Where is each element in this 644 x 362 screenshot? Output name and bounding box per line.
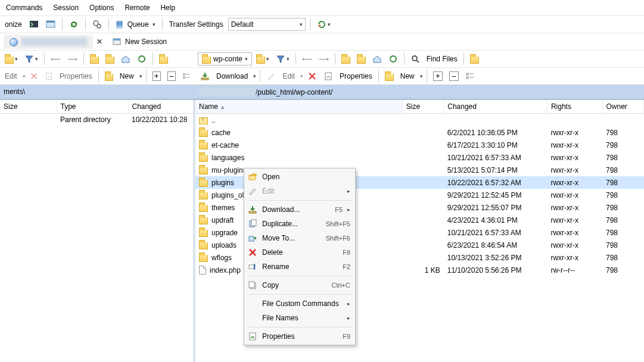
globe-icon: [10, 38, 18, 46]
svg-rect-14: [201, 78, 209, 80]
transfer-settings-select[interactable]: Default ▾: [228, 18, 306, 31]
local-path[interactable]: ments\: [0, 85, 195, 99]
list-item[interactable]: Parent directory10/22/2021 10:28: [0, 114, 193, 126]
local-new-icon[interactable]: [102, 70, 116, 83]
reload-icon[interactable]: ▾: [315, 18, 333, 31]
local-edit-button[interactable]: Edit: [2, 72, 20, 80]
svg-rect-9: [113, 39, 120, 40]
active-session-tab[interactable]: [4, 35, 93, 49]
col-size[interactable]: Size: [0, 100, 57, 114]
close-tab-icon[interactable]: ✕: [94, 38, 105, 46]
sync-fragment: onize: [2, 20, 24, 29]
ctx-properties[interactable]: PropertiesF9: [244, 329, 355, 344]
ctx-rename[interactable]: RenameF2: [244, 260, 355, 274]
local-up-icon[interactable]: [88, 52, 101, 65]
ctx-delete[interactable]: DeleteF8: [244, 245, 355, 260]
local-delete-icon[interactable]: [27, 70, 41, 83]
remote-path-combo[interactable]: wp-conte ▾: [198, 52, 252, 65]
local-fwd-icon[interactable]: ⟶: [65, 52, 80, 65]
move-icon: [248, 233, 257, 243]
remote-minus-icon[interactable]: −: [447, 70, 461, 83]
remote-home-icon[interactable]: [370, 52, 384, 65]
remote-new-icon[interactable]: [382, 70, 396, 83]
col-changed[interactable]: Changed: [128, 100, 193, 114]
local-open-folder-icon[interactable]: ▾: [2, 52, 20, 65]
local-checklist-icon[interactable]: [180, 70, 193, 83]
ctx-duplicate-[interactable]: Duplicate...Shift+F5: [244, 217, 355, 231]
local-props-icon[interactable]: [42, 70, 55, 83]
list-item[interactable]: cache6/2/2021 10:36:05 PMrwxr-xr-x798: [195, 126, 644, 139]
list-item[interactable]: ..: [195, 114, 644, 127]
local-new-button[interactable]: New: [117, 72, 136, 80]
gears-icon[interactable]: [90, 18, 104, 31]
local-syncdirs-icon[interactable]: [157, 52, 170, 65]
folder-icon: [199, 217, 208, 224]
local-root-icon[interactable]: [103, 52, 117, 65]
svg-rect-6: [117, 24, 122, 26]
terminal-icon[interactable]: [27, 18, 41, 31]
remote-delete-icon[interactable]: [305, 70, 319, 83]
remote-properties-button[interactable]: Properties: [337, 72, 375, 80]
ctx-open[interactable]: Open: [244, 170, 355, 184]
svg-rect-17: [466, 77, 468, 79]
up-icon: [199, 117, 208, 124]
remote-refresh-icon[interactable]: [386, 52, 400, 65]
queue-button[interactable]: Queue ▾: [113, 18, 158, 31]
list-item[interactable]: et-cache6/17/2021 3:30:10 PMrwxr-xr-x798: [195, 139, 644, 151]
remote-edit-icon[interactable]: [264, 70, 278, 83]
col-owner[interactable]: Owner: [602, 100, 644, 114]
local-plus-icon[interactable]: +: [150, 70, 163, 83]
transfer-settings-value: Default: [231, 20, 254, 29]
ctx-copy[interactable]: CopyCtrl+C: [244, 278, 355, 292]
remote-new-button[interactable]: New: [398, 72, 417, 80]
remote-fwd-icon[interactable]: ⟶: [316, 52, 331, 65]
sync-icon[interactable]: [67, 18, 81, 31]
delete-icon: [248, 248, 257, 257]
remote-find-icon[interactable]: [408, 52, 422, 65]
col-size-r[interactable]: Size: [402, 100, 443, 114]
menu-remote[interactable]: Remote: [120, 2, 154, 14]
menu-options[interactable]: Options: [85, 2, 119, 14]
list-item[interactable]: languages10/21/2021 6:57:33 AMrwxr-xr-x7…: [195, 151, 644, 164]
col-changed-r[interactable]: Changed: [444, 100, 547, 114]
local-filter-icon[interactable]: ▾: [22, 52, 41, 65]
menu-commands[interactable]: Commands: [1, 2, 47, 14]
ctx-edit: Edit▸: [244, 184, 355, 198]
remote-back-icon[interactable]: ⟵: [300, 52, 315, 65]
menu-help[interactable]: Help: [155, 2, 180, 14]
ctx-download-[interactable]: Download...F5▸: [244, 202, 355, 217]
ctx-sep: [248, 327, 351, 327]
local-home-icon[interactable]: [119, 52, 133, 65]
svg-rect-18: [249, 211, 256, 213]
find-files-button[interactable]: Find Files: [424, 55, 460, 63]
svg-rect-2: [46, 21, 55, 23]
local-refresh-icon[interactable]: [135, 52, 149, 65]
remote-checklist-icon[interactable]: [463, 70, 477, 83]
ctx-move-to-[interactable]: Move To...Shift+F6: [244, 231, 355, 245]
remote-props-icon[interactable]: [321, 70, 335, 83]
col-type[interactable]: Type: [57, 100, 128, 114]
remote-plus-icon[interactable]: +: [431, 70, 445, 83]
new-session-tab[interactable]: New Session: [106, 35, 173, 49]
menu-session[interactable]: Session: [48, 2, 83, 14]
local-back-icon[interactable]: ⟵: [48, 52, 63, 65]
remote-syncdirs-icon[interactable]: [468, 52, 481, 65]
download-button[interactable]: Download: [214, 72, 250, 80]
col-rights[interactable]: Rights: [547, 100, 602, 114]
remote-edit-button[interactable]: Edit: [280, 72, 297, 80]
download-icon[interactable]: [198, 70, 212, 83]
folder-icon: [199, 142, 208, 149]
remote-open-folder-icon[interactable]: ▾: [254, 52, 272, 65]
remote-path[interactable]: /public_html/wp-content/: [195, 85, 644, 99]
remote-filter-icon[interactable]: ▾: [273, 52, 292, 65]
local-properties-button[interactable]: Properties: [57, 72, 95, 80]
explorer-icon[interactable]: [43, 18, 58, 31]
remote-path-value: /public_html/wp-content/: [256, 88, 332, 96]
ctx-file-custom-commands[interactable]: File Custom Commands▸: [244, 297, 355, 311]
col-name[interactable]: Name ▲: [195, 100, 402, 114]
remote-root-icon[interactable]: [354, 52, 368, 65]
ctx-file-names[interactable]: File Names▸: [244, 311, 355, 325]
remote-up-icon[interactable]: [339, 52, 353, 65]
folder-icon: [199, 242, 208, 249]
local-minus-icon[interactable]: −: [165, 70, 178, 83]
